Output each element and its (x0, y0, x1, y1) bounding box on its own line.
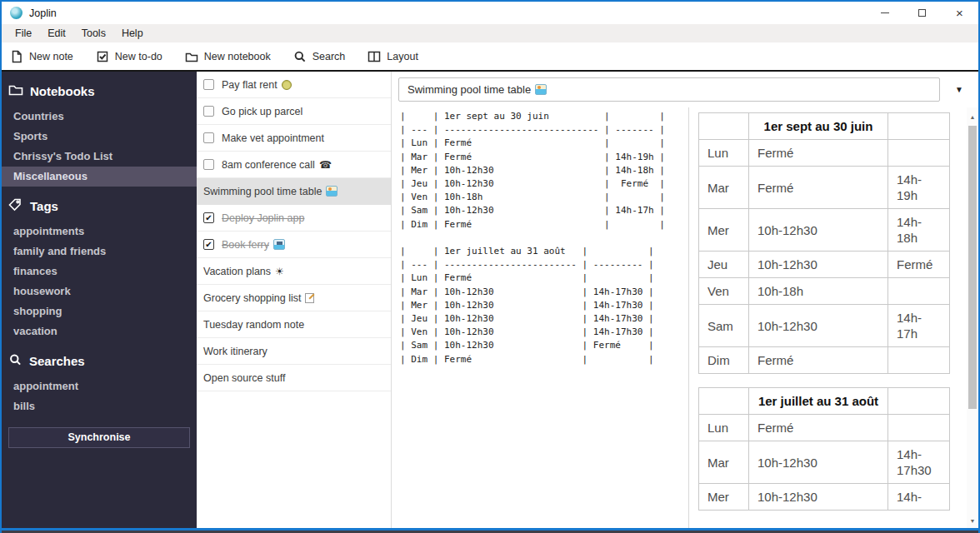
viewer-scrollbar[interactable]: ▲ ▼ (967, 107, 978, 528)
table-header-cell: 1er sept au 30 juin (749, 113, 888, 140)
table-row: Sam10h-12h3014h-17h (699, 305, 950, 347)
window-bottom-border (2, 528, 978, 533)
searches-header[interactable]: Searches (8, 353, 190, 369)
table-cell: 14h- (888, 484, 950, 511)
note-list-item-go-pick-up-parcel[interactable]: Go pick up parcel (197, 98, 391, 125)
notebook-item-sports[interactable]: Sports (2, 127, 197, 147)
markdown-editor[interactable]: | | 1er sept au 30 juin | | | --- | ----… (392, 107, 688, 528)
table-cell: 10h-12h30 (749, 209, 888, 252)
tag-item-family-and-friends[interactable]: family and friends (2, 242, 197, 262)
main-area: Notebooks CountriesSportsChrissy's Todo … (2, 72, 978, 528)
tag-item-housework[interactable]: housework (2, 281, 197, 301)
note-editor-pane: Swimming pool time table ▼ | | 1er sept … (392, 72, 978, 528)
note-list-item-swimming-pool-time-table[interactable]: Swimming pool time table (197, 178, 391, 205)
maximize-button[interactable] (903, 2, 941, 24)
sun-emoji: ☀ (275, 266, 284, 276)
swimmer-emoji (535, 84, 547, 95)
scroll-up-icon[interactable]: ▲ (967, 112, 978, 122)
table-header-cell (888, 113, 950, 140)
menu-edit[interactable]: Edit (40, 27, 74, 39)
tag-icon (8, 198, 23, 214)
table-cell: Fermé (888, 252, 950, 278)
table-row: LunFermé (699, 415, 950, 441)
tag-item-finances[interactable]: finances (2, 262, 197, 281)
table-cell: Mar (699, 167, 749, 209)
note-title-input[interactable]: Swimming pool time table (398, 77, 940, 102)
search-item-appointment[interactable]: appointment (2, 376, 197, 396)
phone-emoji: ☎ (319, 160, 332, 170)
close-icon: × (956, 7, 963, 19)
table-header-cell (699, 388, 749, 415)
todo-checkbox[interactable]: ✔ (203, 212, 214, 223)
tag-item-appointments[interactable]: appointments (2, 222, 197, 242)
tag-item-shopping[interactable]: shopping (2, 301, 197, 321)
table-cell (888, 140, 950, 167)
tags-header[interactable]: Tags (8, 198, 190, 214)
note-title: 8am conference call (222, 159, 315, 171)
new-note-button[interactable]: New note (10, 50, 73, 63)
toolbar: New note New to-do New notebook Search L… (2, 42, 978, 70)
search-button[interactable]: Search (293, 50, 346, 63)
note-title: Make vet appointment (222, 132, 324, 144)
note-list-item-8am-conference-call[interactable]: 8am conference call☎ (197, 152, 391, 178)
note-list-item-grocery-shopping-list[interactable]: Grocery shopping list (197, 285, 391, 311)
joplin-window: Joplin × File Edit Tools Help New note N… (0, 0, 980, 533)
note-title-row: Swimming pool time table ▼ (392, 72, 978, 107)
todo-checkbox[interactable] (203, 79, 214, 90)
menu-tools[interactable]: Tools (74, 27, 114, 39)
scrollbar-thumb[interactable] (968, 126, 977, 409)
memo-emoji (305, 293, 314, 303)
new-notebook-button[interactable]: New notebook (185, 50, 271, 63)
table-cell: Dim (699, 347, 749, 374)
new-notebook-icon (185, 50, 198, 63)
table-row: MarFermé14h-19h (699, 167, 950, 209)
maximize-icon (918, 9, 926, 17)
notebooks-header[interactable]: Notebooks (8, 83, 190, 99)
note-list-item-open-source-stuff[interactable]: Open source stuff (197, 365, 391, 391)
note-list-item-pay-flat-rent[interactable]: Pay flat rent (197, 72, 391, 98)
notebook-item-miscellaneous[interactable]: Miscellaneous (2, 167, 197, 187)
table-cell: 14h-18h (888, 209, 950, 252)
todo-checkbox[interactable] (203, 132, 214, 143)
table-cell: 14h-17h (888, 305, 950, 347)
close-button[interactable]: × (941, 2, 978, 24)
table-cell: Mer (699, 209, 749, 252)
rendered-table-1: 1er sept au 30 juinLunFerméMarFermé14h-1… (698, 112, 950, 374)
table-row: Jeu10h-12h30Fermé (699, 252, 950, 278)
note-list-item-tuesday-random-note[interactable]: Tuesday random note (197, 311, 391, 338)
todo-checkbox[interactable]: ✔ (203, 239, 214, 250)
window-controls: × (866, 2, 978, 24)
note-list-item-work-itinerary[interactable]: Work itinerary (197, 338, 391, 365)
synchronise-button[interactable]: Synchronise (8, 427, 190, 448)
layout-button[interactable]: Layout (368, 50, 418, 63)
note-list-item-vacation-plans[interactable]: Vacation plans☀ (197, 258, 391, 285)
tag-item-vacation[interactable]: vacation (2, 321, 197, 341)
note-list-item-book-ferry[interactable]: ✔Book ferry (197, 232, 391, 258)
table-cell: Fermé (749, 415, 888, 441)
table-cell: Fermé (749, 347, 888, 374)
chevron-down-icon[interactable]: ▼ (955, 85, 963, 94)
todo-checkbox[interactable] (203, 106, 214, 117)
table-row: Ven10h-18h (699, 278, 950, 305)
title-emoji-slot (531, 83, 547, 96)
note-list-item-deploy-joplin-app[interactable]: ✔Deploy Joplin app (197, 205, 391, 232)
note-title: Open source stuff (203, 372, 285, 384)
table-cell: Jeu (699, 252, 749, 278)
table-cell: 14h-17h30 (888, 441, 950, 484)
note-title: Vacation plans (203, 266, 271, 277)
scroll-down-icon[interactable]: ▼ (967, 516, 978, 526)
note-list-item-make-vet-appointment[interactable]: Make vet appointment (197, 125, 391, 152)
title-bar: Joplin × (2, 2, 978, 24)
menu-help[interactable]: Help (114, 27, 152, 39)
notebook-item-chrissy-s-todo-list[interactable]: Chrissy's Todo List (2, 147, 197, 167)
table-cell: Lun (699, 140, 749, 167)
table-row: DimFermé (699, 347, 950, 374)
search-item-bills[interactable]: bills (2, 396, 197, 416)
todo-checkbox[interactable] (203, 159, 214, 170)
note-title: Pay flat rent (222, 79, 278, 91)
table-row: Mer10h-12h3014h-18h (699, 209, 950, 252)
notebook-item-countries[interactable]: Countries (2, 107, 197, 127)
menu-file[interactable]: File (8, 27, 40, 39)
minimize-button[interactable] (866, 2, 903, 24)
new-todo-button[interactable]: New to-do (96, 50, 162, 63)
